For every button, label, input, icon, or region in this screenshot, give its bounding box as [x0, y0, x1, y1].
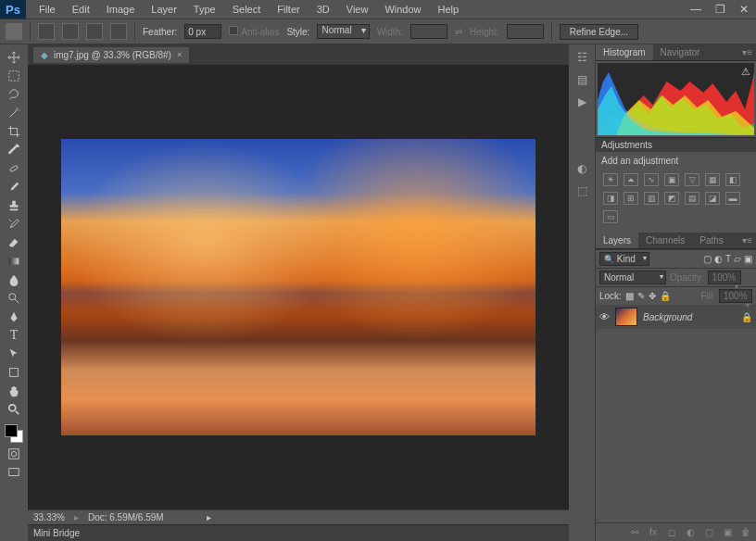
- color-swatches[interactable]: [5, 424, 23, 443]
- adj-curves-icon[interactable]: ∿: [644, 173, 659, 186]
- refine-edge-button[interactable]: Refine Edge...: [560, 24, 638, 40]
- move-tool-icon[interactable]: [5, 50, 23, 65]
- eyedropper-tool-icon[interactable]: [5, 143, 23, 157]
- wand-tool-icon[interactable]: [5, 106, 23, 120]
- adjustments-tab[interactable]: Adjustments: [596, 137, 756, 152]
- adj-gradmap-icon[interactable]: ▬: [725, 192, 740, 205]
- filter-smart-icon[interactable]: ▣: [744, 254, 752, 264]
- status-arrow-icon[interactable]: ▸: [207, 512, 211, 522]
- filter-type-icon[interactable]: T: [725, 254, 731, 264]
- filter-adj-icon[interactable]: ◐: [714, 254, 723, 264]
- stamp-tool-icon[interactable]: [5, 198, 23, 213]
- layer-thumbnail[interactable]: [615, 308, 637, 326]
- visibility-icon[interactable]: 👁: [599, 311, 610, 322]
- collapsed-play-icon[interactable]: ▶: [574, 94, 589, 109]
- quickmask-icon[interactable]: [5, 447, 23, 461]
- gradient-tool-icon[interactable]: [5, 254, 23, 269]
- tab-paths[interactable]: Paths: [692, 233, 731, 248]
- document-tab[interactable]: ◆ img7.jpg @ 33.3% (RGB/8#) ×: [33, 47, 189, 63]
- doc-size-icon[interactable]: ▸: [74, 512, 79, 522]
- style-select[interactable]: Normal: [317, 24, 369, 39]
- menu-select[interactable]: Select: [225, 1, 269, 18]
- filter-pixel-icon[interactable]: ▢: [703, 254, 712, 264]
- fx-icon[interactable]: fx: [647, 527, 660, 537]
- type-tool-icon[interactable]: T: [5, 328, 23, 343]
- histogram-warning-icon[interactable]: ⚠: [741, 66, 750, 78]
- tab-navigator[interactable]: Navigator: [653, 44, 708, 60]
- hand-tool-icon[interactable]: [5, 384, 23, 398]
- lock-pos-icon[interactable]: ✥: [649, 291, 656, 301]
- new-selection-icon[interactable]: [38, 23, 55, 40]
- crop-tool-icon[interactable]: [5, 124, 23, 139]
- opacity-input[interactable]: 100%: [708, 270, 741, 284]
- feather-input[interactable]: [184, 24, 221, 39]
- link-icon[interactable]: ⚯: [628, 527, 641, 537]
- zoom-tool-icon[interactable]: [5, 402, 23, 417]
- add-selection-icon[interactable]: [62, 23, 79, 40]
- zoom-level[interactable]: 33.33%: [33, 512, 65, 522]
- filter-shape-icon[interactable]: ▱: [734, 254, 741, 264]
- tab-histogram[interactable]: Histogram: [596, 44, 653, 60]
- layer-name[interactable]: Background: [643, 312, 692, 322]
- adj-thresh-icon[interactable]: ◪: [705, 192, 720, 205]
- tab-layers[interactable]: Layers: [596, 233, 638, 248]
- menu-window[interactable]: Window: [377, 1, 428, 18]
- adj-invert-icon[interactable]: ◩: [664, 192, 679, 205]
- adj-hue-icon[interactable]: ▦: [705, 173, 720, 186]
- adj-photo-icon[interactable]: ◨: [603, 192, 618, 205]
- shape-tool-icon[interactable]: [5, 365, 23, 380]
- healing-tool-icon[interactable]: [5, 161, 23, 176]
- layer-item[interactable]: 👁 Background 🔒: [596, 305, 756, 329]
- adj-levels-icon[interactable]: ⏶: [624, 173, 638, 186]
- menu-type[interactable]: Type: [186, 1, 223, 18]
- new-adj-icon[interactable]: ◐: [684, 527, 697, 537]
- intersect-selection-icon[interactable]: [110, 23, 127, 40]
- maximize-button[interactable]: ❐: [708, 1, 732, 18]
- eraser-tool-icon[interactable]: [5, 235, 23, 250]
- menu-view[interactable]: View: [339, 1, 376, 18]
- panel-menu-icon[interactable]: ▾≡: [738, 44, 756, 60]
- lock-pixel-icon[interactable]: ✎: [637, 291, 645, 301]
- adj-poster-icon[interactable]: ▤: [685, 192, 699, 205]
- fill-input[interactable]: 100%: [719, 289, 752, 303]
- adj-bw-icon[interactable]: ◧: [725, 173, 740, 186]
- collapsed-styles-icon[interactable]: ⬚: [574, 183, 589, 198]
- collapsed-adjust-icon[interactable]: ◐: [574, 161, 589, 176]
- collapsed-color-icon[interactable]: ▤: [574, 72, 589, 87]
- canvas[interactable]: [28, 65, 569, 510]
- menu-edit[interactable]: Edit: [65, 1, 97, 18]
- brush-tool-icon[interactable]: [5, 180, 23, 195]
- marquee-tool-icon[interactable]: [5, 69, 23, 83]
- adj-selcolor-icon[interactable]: ▭: [603, 210, 618, 223]
- adj-mixer-icon[interactable]: ⊞: [624, 192, 638, 205]
- lasso-tool-icon[interactable]: [5, 87, 23, 102]
- close-tab-icon[interactable]: ×: [177, 50, 182, 59]
- layer-kind-select[interactable]: 🔍 Kind: [599, 252, 649, 266]
- marquee-tool-icon[interactable]: [6, 23, 22, 40]
- new-group-icon[interactable]: ▢: [702, 527, 715, 537]
- history-brush-icon[interactable]: [5, 217, 23, 232]
- close-button[interactable]: ✕: [732, 1, 756, 18]
- mini-bridge-bar[interactable]: Mini Bridge: [28, 524, 569, 541]
- blend-mode-select[interactable]: Normal: [599, 270, 666, 284]
- pen-tool-icon[interactable]: [5, 309, 23, 324]
- collapsed-histogram-icon[interactable]: ☷: [574, 50, 589, 65]
- new-layer-icon[interactable]: ▣: [721, 527, 734, 537]
- adj-vibrance-icon[interactable]: ▽: [685, 173, 699, 186]
- antialias-checkbox[interactable]: Anti-alias: [229, 26, 279, 37]
- lock-trans-icon[interactable]: ▩: [625, 291, 634, 301]
- blur-tool-icon[interactable]: [5, 272, 23, 287]
- menu-layer[interactable]: Layer: [144, 1, 184, 18]
- adj-exposure-icon[interactable]: ▣: [664, 173, 679, 186]
- menu-image[interactable]: Image: [99, 1, 143, 18]
- panel-menu-icon[interactable]: ▾≡: [738, 233, 756, 248]
- tab-channels[interactable]: Channels: [638, 233, 692, 248]
- minimize-button[interactable]: —: [684, 1, 708, 18]
- path-select-icon[interactable]: [5, 346, 23, 361]
- lock-all-icon[interactable]: 🔒: [660, 291, 671, 301]
- adj-lookup-icon[interactable]: ▥: [644, 192, 659, 205]
- menu-filter[interactable]: Filter: [270, 1, 307, 18]
- screenmode-icon[interactable]: [5, 465, 23, 480]
- menu-3d[interactable]: 3D: [309, 1, 337, 18]
- adj-brightness-icon[interactable]: ☀: [603, 173, 618, 186]
